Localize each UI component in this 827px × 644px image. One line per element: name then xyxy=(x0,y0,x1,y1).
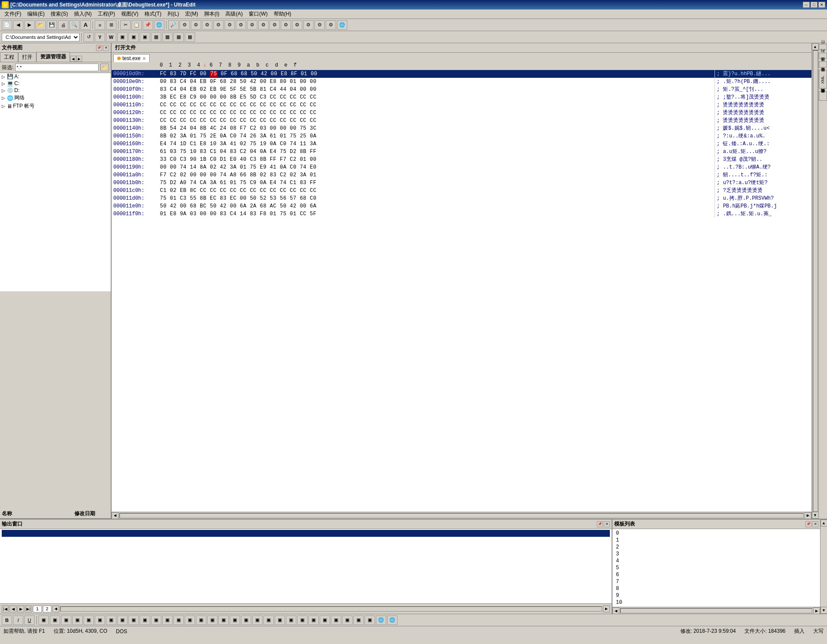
tb2-refresh[interactable]: ↺ xyxy=(83,32,94,42)
hex-row-9[interactable]: 00001160h: E4 74 1D C1 E8 10 3A 41 02 75… xyxy=(112,140,811,148)
tb2-b7[interactable]: ▦ xyxy=(185,32,195,42)
btb-4[interactable]: ▣ xyxy=(72,615,83,625)
tree-item-d[interactable]: ▷ 💿 D: xyxy=(0,87,111,94)
template-item-2[interactable]: 2 xyxy=(614,544,818,551)
file-tab-test[interactable]: test.exe ✕ xyxy=(113,54,150,62)
sidebar-tab-row[interactable]: 行 xyxy=(819,44,827,50)
btb-7[interactable]: ▣ xyxy=(106,615,116,625)
nav-first[interactable]: |◀ xyxy=(2,606,9,612)
menu-insert[interactable]: 插入(N) xyxy=(71,10,94,19)
template-item-3[interactable]: 3 xyxy=(614,551,818,558)
hex-row-14[interactable]: 000011b0h: 75 D2 A0 74 CA 3A 61 01 75 C9… xyxy=(112,179,811,187)
btb-31[interactable]: 🌐 xyxy=(376,615,386,625)
menu-project[interactable]: 工程(P) xyxy=(95,10,118,19)
hex-row-0[interactable]: 000010d0h: FC 83 7D FC 00 75 0F 68 68 50… xyxy=(112,70,811,78)
menu-edit[interactable]: 编辑(E) xyxy=(25,10,47,19)
tree-item-c[interactable]: ▷ 💻 C: xyxy=(0,80,111,87)
template-hscroll-left[interactable]: ◀ xyxy=(612,607,619,614)
tb-extra1[interactable]: 🔎 xyxy=(168,20,179,30)
tab-explorer[interactable]: 资源管理器 xyxy=(36,52,70,62)
nav-next-small[interactable]: ▶ xyxy=(17,606,24,612)
tree-item-a[interactable]: ▷ 💾 A: xyxy=(0,73,111,80)
hex-row-11[interactable]: 00001180h: 33 C0 C3 90 1B C0 D1 E0 40 C3… xyxy=(112,156,811,163)
tb-extra15[interactable]: ⚙ xyxy=(326,20,336,30)
tb2-b4[interactable]: ▦ xyxy=(151,32,161,42)
tb-extra2[interactable]: ⚙ xyxy=(180,20,190,30)
menu-view[interactable]: 视图(V) xyxy=(119,10,141,19)
template-hscroll-track[interactable] xyxy=(620,608,812,613)
menu-macro[interactable]: 宏(M) xyxy=(183,10,201,19)
tb-extra8[interactable]: ⚙ xyxy=(247,20,257,30)
output-hscroll-right[interactable]: ▶ xyxy=(603,606,610,612)
btb-bold[interactable]: B xyxy=(2,615,12,625)
btb-15[interactable]: ▣ xyxy=(196,615,206,625)
btb-underline[interactable]: U xyxy=(24,615,35,625)
tb-extra10[interactable]: ⚙ xyxy=(269,20,280,30)
tab-right-btn[interactable]: ▶ xyxy=(76,56,82,62)
btb-23[interactable]: ▣ xyxy=(286,615,296,625)
tb-indent[interactable]: ⊞ xyxy=(106,20,116,30)
output-close-btn[interactable]: ✕ xyxy=(604,521,610,527)
btb-italic[interactable]: I xyxy=(13,615,23,625)
sidebar-tab-select[interactable]: 选择 xyxy=(819,61,827,67)
tb-extra11[interactable]: ⚙ xyxy=(281,20,291,30)
tab-left-btn[interactable]: ◀ xyxy=(70,56,76,62)
close-button[interactable]: ✕ xyxy=(818,2,825,8)
expand-c[interactable]: ▷ xyxy=(2,81,7,86)
menu-help[interactable]: 帮助(H) xyxy=(271,10,294,19)
tree-item-network[interactable]: ▷ 🌐 网络 xyxy=(0,94,111,102)
sidebar-tab-xml[interactable]: XML 验证器 xyxy=(819,70,827,89)
output-hscroll-track[interactable] xyxy=(60,606,602,612)
tb2-w[interactable]: W xyxy=(106,32,116,42)
tb-find[interactable]: 🔍 xyxy=(69,20,80,30)
tb-paste[interactable]: 📌 xyxy=(143,20,153,30)
filter-btn[interactable]: 📁 xyxy=(100,64,109,71)
file-tab-close[interactable]: ✕ xyxy=(142,56,146,61)
hex-row-15[interactable]: 000011c0h: C1 02 EB 8C CC CC CC CC CC CC… xyxy=(112,187,811,194)
btb-28[interactable]: ▣ xyxy=(342,615,353,625)
tb-new[interactable]: 📄 xyxy=(2,20,12,30)
hex-row-3[interactable]: 00001100h: 3B EC E8 C9 00 00 00 8B E5 5D… xyxy=(112,93,811,101)
tb2-y[interactable]: Y xyxy=(95,32,105,42)
menu-advanced[interactable]: 高级(A) xyxy=(223,10,245,19)
output-hscroll[interactable]: ◀ ▶ xyxy=(52,606,610,612)
tb-list[interactable]: ≡ xyxy=(95,20,105,30)
hex-row-8[interactable]: 00001150h: 8B 02 3A 01 75 2E 0A C0 74 26… xyxy=(112,132,811,140)
btb-12[interactable]: ▣ xyxy=(162,615,173,625)
template-item-4[interactable]: 4 xyxy=(614,558,818,564)
tb-extra13[interactable]: ⚙ xyxy=(303,20,314,30)
sidebar-tab-disk[interactable]: 磁盘浏览器 xyxy=(819,91,827,101)
tab-project[interactable]: 工程 xyxy=(0,52,18,62)
tb-A[interactable]: A xyxy=(80,20,91,30)
template-item-5[interactable]: 5 xyxy=(614,564,818,571)
minimize-button[interactable]: ─ xyxy=(803,2,810,8)
tb-extra5[interactable]: ⚙ xyxy=(213,20,224,30)
template-item-1[interactable]: 1 xyxy=(614,537,818,544)
tb-save[interactable]: 💾 xyxy=(47,20,57,30)
sidebar-tab-col[interactable]: 列 xyxy=(819,53,827,59)
btb-16[interactable]: ▣ xyxy=(207,615,218,625)
hex-row-1[interactable]: 000010e0h: 00 83 C4 04 EB 0F 68 28 50 42… xyxy=(112,78,811,86)
menu-script[interactable]: 脚本(I) xyxy=(202,10,222,19)
template-item-6[interactable]: 6 xyxy=(614,571,818,578)
btb-19[interactable]: ▣ xyxy=(241,615,251,625)
hex-row-12[interactable]: 00001190h: 00 00 74 14 8A 02 42 3A 01 75… xyxy=(112,163,811,171)
filter-input[interactable] xyxy=(15,64,99,71)
path-dropdown[interactable]: C:\Documents and Settings\Admi... xyxy=(2,33,80,41)
btb-25[interactable]: ▣ xyxy=(308,615,319,625)
btb-8[interactable]: ▣ xyxy=(117,615,128,625)
tb-extra14[interactable]: ⚙ xyxy=(314,20,325,30)
btb-21[interactable]: ▣ xyxy=(263,615,274,625)
hex-hscrollbar[interactable]: ◀ ▶ xyxy=(112,512,811,519)
menu-search[interactable]: 搜索(S) xyxy=(48,10,71,19)
btb-20[interactable]: ▣ xyxy=(252,615,263,625)
btb-26[interactable]: ▣ xyxy=(320,615,330,625)
hex-row-5[interactable]: 00001120h: CC CC CC CC CC CC CC CC CC CC… xyxy=(112,109,811,117)
hscroll-right[interactable]: ▶ xyxy=(805,512,811,519)
vscroll-up[interactable]: ▲ xyxy=(812,43,819,50)
template-vscroll[interactable]: ▲ ▼ xyxy=(820,520,827,614)
tb-print[interactable]: 🖨 xyxy=(58,20,68,30)
vscroll-down[interactable]: ▼ xyxy=(812,512,819,519)
btb-11[interactable]: ▣ xyxy=(151,615,161,625)
btb-1[interactable]: ▣ xyxy=(38,615,49,625)
